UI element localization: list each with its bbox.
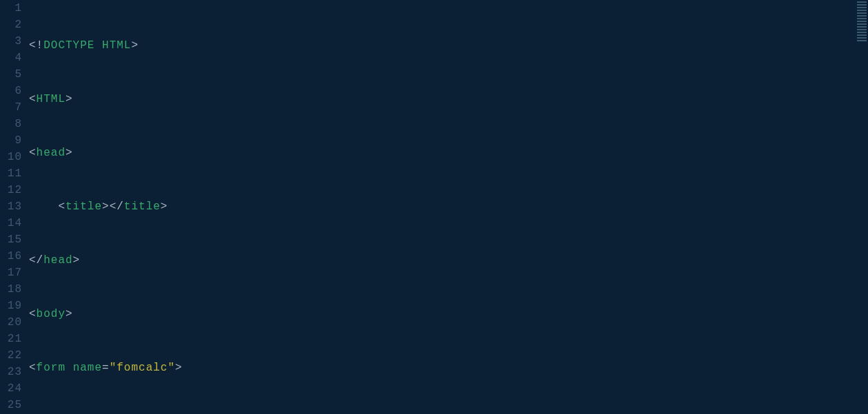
minimap[interactable] [853, 0, 868, 414]
line-number: 17 [0, 265, 22, 281]
line-number: 2 [0, 17, 22, 33]
code-area[interactable]: <!DOCTYPE HTML> <HTML> <head> <title></t… [29, 0, 853, 414]
line-number: 9 [0, 132, 22, 149]
line-number: 1 [0, 0, 22, 17]
line-number: 6 [0, 83, 22, 99]
line-number: 24 [0, 380, 22, 397]
line-number: 11 [0, 165, 22, 182]
line-number: 14 [0, 215, 22, 231]
code-line[interactable]: <HTML> [29, 91, 853, 107]
line-number: 10 [0, 149, 22, 165]
line-number: 3 [0, 33, 22, 50]
line-number: 18 [0, 281, 22, 298]
doctype: DOCTYPE [43, 39, 94, 52]
line-number: 13 [0, 198, 22, 215]
code-line[interactable]: <head> [29, 145, 853, 161]
line-number: 25 [0, 397, 22, 413]
line-number: 19 [0, 298, 22, 314]
line-number: 7 [0, 99, 22, 116]
line-number: 22 [0, 347, 22, 364]
line-number: 4 [0, 50, 22, 66]
code-line[interactable]: <body> [29, 306, 853, 322]
code-line[interactable]: <title></title> [29, 198, 853, 215]
line-number-gutter: 1234567891011121314151617181920212223242… [0, 0, 29, 414]
line-number: 20 [0, 314, 22, 331]
code-line[interactable]: <!DOCTYPE HTML> [29, 37, 853, 54]
line-number: 12 [0, 182, 22, 198]
line-number: 15 [0, 231, 22, 248]
punct: <! [29, 39, 43, 52]
line-number: 21 [0, 331, 22, 347]
code-line[interactable]: <form name="fomcalc"> [29, 360, 853, 376]
line-number: 8 [0, 116, 22, 132]
line-number: 23 [0, 364, 22, 380]
line-number: 5 [0, 66, 22, 83]
line-number: 16 [0, 248, 22, 265]
code-line[interactable]: </head> [29, 252, 853, 269]
code-editor[interactable]: 1234567891011121314151617181920212223242… [0, 0, 868, 414]
